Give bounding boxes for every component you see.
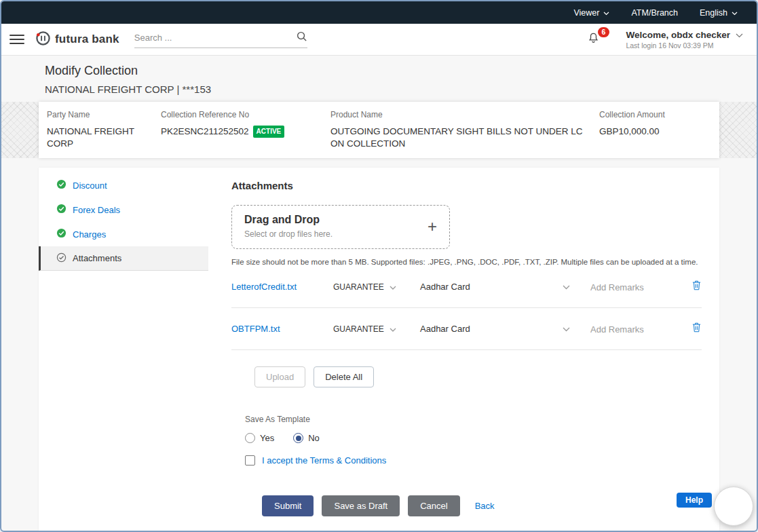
summary-field-reference-no: Collection Reference No PK2ESNC211252502… xyxy=(161,110,330,150)
field-value: NATIONAL FREIGHT CORP xyxy=(47,126,150,150)
document-type-value: Aadhar Card xyxy=(420,324,470,334)
cancel-button[interactable]: Cancel xyxy=(408,495,459,516)
atm-branch-link[interactable]: ATM/Branch xyxy=(631,8,678,18)
category-select[interactable]: GUARANTEE xyxy=(333,282,420,292)
brand-logo[interactable]: futura bank xyxy=(35,31,119,49)
utility-bar: Viewer ATM/Branch English xyxy=(1,1,757,24)
save-as-template-options: Yes No xyxy=(245,433,702,443)
sidebar-item-attachments[interactable]: Attachments xyxy=(39,246,208,271)
field-value: OUTGOING DOCUMENTARY SIGHT BILLS NOT UND… xyxy=(330,126,588,150)
dropzone-subtitle: Select or drop files here. xyxy=(244,229,333,239)
template-no-radio[interactable] xyxy=(293,433,303,443)
sidebar-item-charges[interactable]: Charges xyxy=(39,222,208,246)
template-yes-radio[interactable] xyxy=(245,433,255,443)
chevron-down-icon xyxy=(732,8,738,18)
status-badge: ACTIVE xyxy=(253,126,285,138)
save-as-template-label: Save As Template xyxy=(245,415,702,424)
submit-button[interactable]: Submit xyxy=(262,495,314,516)
file-name-link[interactable]: LetterofCredit.txt xyxy=(231,282,333,292)
field-value: PK2ESNC211252502 xyxy=(161,126,249,136)
atm-branch-label: ATM/Branch xyxy=(631,8,678,18)
welcome-text: Welcome, obdx checker xyxy=(626,30,730,40)
dropzone-title: Drag and Drop xyxy=(244,214,333,226)
remarks-input[interactable] xyxy=(590,282,662,292)
brand-name: futura bank xyxy=(55,33,119,46)
notification-bell-icon[interactable]: 6 xyxy=(587,32,600,48)
sidebar-item-forex-deals[interactable]: Forex Deals xyxy=(39,197,208,222)
field-label: Party Name xyxy=(47,110,150,119)
upload-button[interactable]: Upload xyxy=(254,366,305,387)
summary-band: Party Name NATIONAL FREIGHT CORP Collect… xyxy=(1,102,757,158)
field-label: Product Name xyxy=(330,110,588,119)
content-card: Discount Forex Deals Charges Attachments xyxy=(39,168,719,532)
sidebar-item-label: Forex Deals xyxy=(73,205,120,215)
template-yes-option[interactable]: Yes xyxy=(245,433,274,443)
notification-count-badge: 6 xyxy=(598,27,610,38)
remarks-input[interactable] xyxy=(590,324,662,335)
search-icon[interactable] xyxy=(296,31,307,45)
category-value: GUARANTEE xyxy=(333,282,384,292)
language-label: English xyxy=(700,8,727,18)
chevron-down-icon xyxy=(736,30,743,40)
chevron-down-icon xyxy=(603,8,609,18)
add-file-icon: + xyxy=(428,217,437,236)
viewer-menu[interactable]: Viewer xyxy=(573,8,609,18)
page-heading: Modify Collection NATIONAL FREIGHT CORP … xyxy=(1,56,757,102)
radio-label: No xyxy=(308,433,320,443)
delete-file-icon[interactable] xyxy=(670,280,702,294)
page-title: Modify Collection xyxy=(45,64,757,78)
chevron-down-icon xyxy=(563,324,570,334)
summary-field-product-name: Product Name OUTGOING DOCUMENTARY SIGHT … xyxy=(330,110,599,150)
file-name-link[interactable]: OBTFPM.txt xyxy=(231,324,333,334)
file-actions: Upload Delete All xyxy=(254,366,702,387)
chevron-down-icon xyxy=(390,282,396,292)
form-actions: Submit Save as Draft Cancel Back xyxy=(262,495,702,516)
current-step-icon xyxy=(56,252,67,265)
summary-field-collection-amount: Collection Amount GBP10,000.00 xyxy=(599,110,711,150)
delete-file-icon[interactable] xyxy=(670,322,702,336)
delete-all-button[interactable]: Delete All xyxy=(314,366,374,387)
check-circle-icon xyxy=(56,179,67,191)
attachments-panel: Attachments Drag and Drop Select or drop… xyxy=(208,168,719,532)
search-input[interactable] xyxy=(134,33,296,43)
chat-widget-button[interactable] xyxy=(714,487,753,526)
sidebar-item-discount[interactable]: Discount xyxy=(39,173,208,197)
document-type-value: Aadhar Card xyxy=(420,282,470,292)
terms-row: I accept the Terms & Conditions xyxy=(245,455,702,466)
terms-checkbox[interactable] xyxy=(245,455,255,466)
file-size-hint: File size should not be more than 5 MB. … xyxy=(231,258,702,266)
summary-field-party-name: Party Name NATIONAL FREIGHT CORP xyxy=(47,110,161,150)
terms-and-conditions-link[interactable]: I accept the Terms & Conditions xyxy=(262,455,386,466)
user-menu[interactable]: Welcome, obdx checker Last login 16 Nov … xyxy=(626,30,743,50)
save-as-draft-button[interactable]: Save as Draft xyxy=(322,495,400,516)
viewer-label: Viewer xyxy=(573,8,599,18)
radio-label: Yes xyxy=(260,433,274,443)
field-value: GBP10,000.00 xyxy=(599,126,700,138)
file-row: OBTFPM.txt GUARANTEE Aadhar Card xyxy=(231,308,702,350)
field-label: Collection Amount xyxy=(599,110,700,119)
back-link[interactable]: Back xyxy=(475,501,495,511)
sidebar-item-label: Discount xyxy=(73,180,107,191)
last-login-text: Last login 16 Nov 03:39 PM xyxy=(626,41,743,50)
template-no-option[interactable]: No xyxy=(293,433,320,443)
section-heading: Attachments xyxy=(231,180,702,191)
check-circle-icon xyxy=(56,228,67,240)
sidebar-item-label: Charges xyxy=(73,229,106,240)
language-menu[interactable]: English xyxy=(700,8,738,18)
collection-summary: Party Name NATIONAL FREIGHT CORP Collect… xyxy=(39,102,719,158)
file-dropzone[interactable]: Drag and Drop Select or drop files here.… xyxy=(231,205,450,249)
step-sidebar: Discount Forex Deals Charges Attachments xyxy=(39,168,208,532)
sidebar-item-label: Attachments xyxy=(73,253,121,263)
chevron-down-icon xyxy=(390,324,396,334)
help-button[interactable]: Help xyxy=(677,493,712,508)
category-select[interactable]: GUARANTEE xyxy=(333,324,420,334)
document-type-select[interactable]: Aadhar Card xyxy=(420,324,573,334)
futura-bank-logo-icon xyxy=(35,31,51,49)
field-label: Collection Reference No xyxy=(161,110,320,119)
document-type-select[interactable]: Aadhar Card xyxy=(420,282,573,292)
file-row: LetterofCredit.txt GUARANTEE Aadhar Card xyxy=(231,266,702,308)
app-header: futura bank 6 Welcome, obdx checker Last xyxy=(1,24,757,56)
menu-icon[interactable] xyxy=(10,35,24,44)
page-subtitle: NATIONAL FREIGHT CORP | ***153 xyxy=(45,83,757,95)
check-circle-icon xyxy=(56,204,67,216)
